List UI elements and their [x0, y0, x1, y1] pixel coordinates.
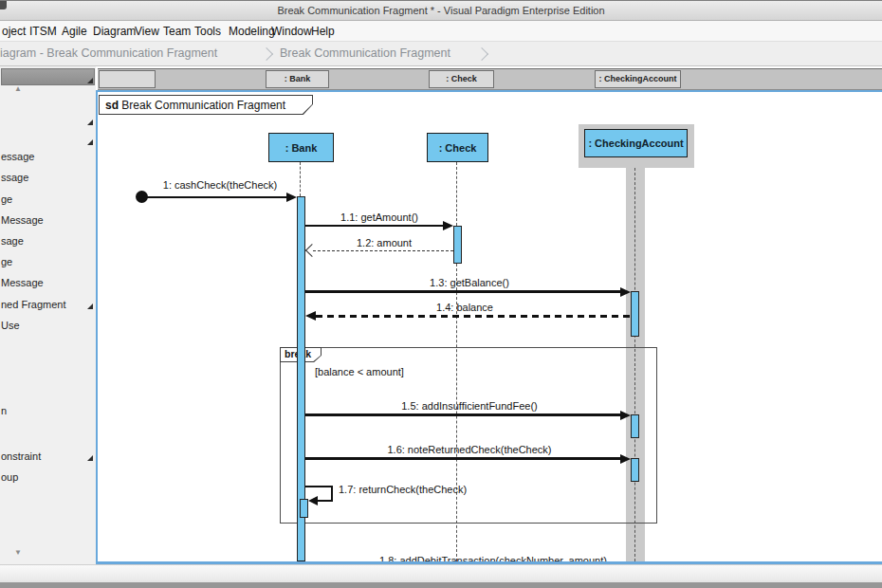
sd-keyword: sd: [105, 99, 119, 112]
breadcrumb-item-diagram[interactable]: iagram - Break Communication Fragment: [0, 46, 217, 60]
palette-item-combined-fragment[interactable]: ned Fragment: [0, 297, 96, 312]
breadcrumb: iagram - Break Communication Fragment Br…: [0, 42, 882, 66]
breadcrumb-separator-icon: [260, 47, 273, 61]
menu-item-tools[interactable]: Tools: [194, 21, 221, 42]
menu-item-agile[interactable]: Agile: [62, 21, 87, 42]
subtools-corner-icon: [87, 119, 93, 125]
status-bar: [0, 564, 882, 580]
message-label-amount[interactable]: 1.2: amount: [289, 237, 479, 248]
message-label-addinsufficientfundfee[interactable]: 1.5: addInsufficientFundFee(): [375, 400, 564, 412]
menu-item-help[interactable]: Help: [311, 21, 335, 42]
lifeline-head-check[interactable]: : Check: [427, 133, 488, 162]
sd-frame-name: Break Communication Fragment: [121, 99, 285, 112]
menu-item-window[interactable]: Window: [271, 21, 312, 42]
message-label-returncheck[interactable]: 1.7: returnCheck(theCheck): [339, 484, 467, 495]
arrowhead-icon: [620, 454, 631, 464]
palette-scroll-up-icon[interactable]: ▲: [14, 84, 22, 93]
lifeline-head-checkingaccount[interactable]: : CheckingAccount: [584, 129, 688, 157]
expand-corner-icon: [87, 78, 93, 83]
strip-cell-bank[interactable]: : Bank: [266, 70, 329, 88]
subtools-corner-icon: [87, 455, 93, 461]
lifeline-header-strip: : Bank : Check : CheckingAccount: [98, 68, 882, 90]
menu-bar: oject ITSM Agile Diagram View Team Tools…: [0, 21, 882, 42]
palette-item[interactable]: ge: [0, 192, 96, 207]
message-label-balance[interactable]: 1.4: balance: [370, 302, 560, 313]
palette-item[interactable]: [0, 113, 96, 128]
message-line-cashcheck[interactable]: [146, 196, 286, 198]
menu-item-modeling[interactable]: Modeling: [229, 21, 275, 42]
message-label-getbalance[interactable]: 1.3: getBalance(): [375, 277, 564, 288]
menu-item-project[interactable]: oject: [2, 21, 26, 42]
message-line-addinsufficientfundfee[interactable]: [305, 413, 620, 416]
breadcrumb-item-current[interactable]: Break Communication Fragment: [280, 46, 450, 60]
subtools-corner-icon: [87, 303, 93, 309]
strip-cell-checkingaccount[interactable]: : CheckingAccount: [595, 70, 681, 88]
message-label-adddebittransaction[interactable]: 1.8: addDebitTransaction(checkNumber, am…: [379, 555, 569, 561]
window-bottom-edge: [0, 580, 882, 588]
message-line-getbalance[interactable]: [305, 290, 620, 293]
visual-paradigm-window: Break Communication Fragment * - Visual …: [0, 0, 882, 588]
title-bar: Break Communication Fragment * - Visual …: [0, 0, 882, 21]
fragment-guard[interactable]: [balance < amount]: [315, 366, 404, 377]
activation-checkingaccount-1[interactable]: [631, 291, 639, 337]
palette-item-group[interactable]: oup: [0, 469, 96, 485]
palette-item[interactable]: ge: [0, 254, 96, 269]
palette-item-message[interactable]: essage: [0, 149, 96, 164]
message-line-amount[interactable]: [313, 250, 453, 251]
self-message-top[interactable]: [305, 486, 333, 487]
palette-item[interactable]: n: [0, 403, 96, 418]
activation-bank-nested[interactable]: [300, 499, 308, 518]
diagram-canvas: : Bank : Check : CheckingAccount sd Brea…: [96, 66, 882, 565]
palette-selected-tool[interactable]: [1, 68, 95, 85]
palette-scroll-down-icon[interactable]: ▼: [14, 548, 22, 557]
self-message-bottom[interactable]: [318, 500, 333, 502]
menu-item-view[interactable]: View: [135, 21, 159, 42]
diagram-work-area[interactable]: sd Break Communication Fragment : Bank :…: [98, 92, 882, 561]
message-label-cashcheck[interactable]: 1: cashCheck(theCheck): [125, 179, 315, 191]
message-label-notereturnedcheck[interactable]: 1.6: noteReturnedCheck(theCheck): [375, 444, 564, 455]
activation-checkingaccount-2[interactable]: [631, 414, 639, 438]
strip-cell-check[interactable]: : Check: [429, 70, 494, 88]
arrowhead-icon: [620, 287, 631, 297]
breadcrumb-end-icon: [475, 47, 488, 61]
arrowhead-icon: [308, 496, 318, 505]
message-line-notereturnedcheck[interactable]: [305, 457, 620, 460]
palette-item[interactable]: sage: [0, 233, 96, 248]
menu-item-itsm[interactable]: ITSM: [29, 21, 57, 42]
palette-item-message-3[interactable]: Message: [0, 275, 96, 290]
strip-cell-empty: [99, 70, 156, 88]
tool-palette: ▲ essage ssage ge Message sage ge Messag…: [0, 66, 96, 564]
window-title: Break Communication Fragment * - Visual …: [0, 5, 882, 16]
arrowhead-icon: [286, 193, 297, 202]
message-line-balance[interactable]: [316, 315, 631, 318]
sd-frame-label[interactable]: sd Break Communication Fragment: [99, 95, 313, 115]
subtools-corner-icon: [87, 139, 93, 145]
arrowhead-icon: [620, 411, 631, 420]
combined-fragment-break[interactable]: break [balance < amount]: [280, 347, 657, 524]
palette-item-constraint[interactable]: onstraint: [0, 449, 96, 464]
palette-item-message-2[interactable]: Message: [0, 212, 96, 228]
message-line-getamount[interactable]: [305, 225, 443, 227]
menu-item-diagram[interactable]: Diagram: [93, 21, 136, 42]
message-label-getamount[interactable]: 1.1: getAmount(): [285, 211, 474, 223]
arrowhead-icon: [305, 311, 316, 321]
activation-checkingaccount-3[interactable]: [631, 458, 639, 482]
menu-item-team[interactable]: Team: [163, 21, 191, 42]
palette-item[interactable]: ssage: [0, 170, 96, 185]
palette-item-interaction-use[interactable]: Use: [0, 318, 96, 333]
palette-item[interactable]: [0, 133, 96, 148]
lifeline-head-bank[interactable]: : Bank: [268, 133, 334, 162]
